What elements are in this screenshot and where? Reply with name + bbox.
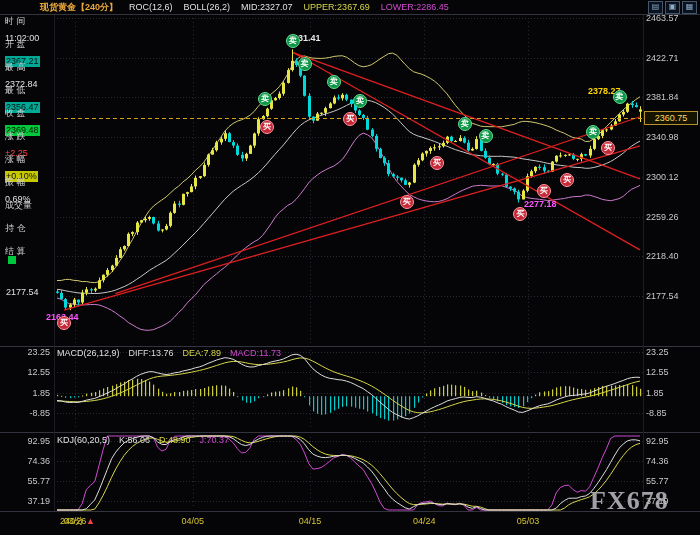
window-control-button-2[interactable]: ▣ — [665, 1, 680, 14]
settlement-indicator — [8, 256, 16, 264]
quote-row-open-interest: 持 仓 — [0, 223, 53, 246]
boll-lower-value: LOWER:2286.45 — [381, 1, 449, 13]
macd-panel-header: MACD(26,12,9) DIFF:13.76 DEA:7.89 MACD:1… — [57, 348, 281, 359]
period-up-arrow-icon: ▲ — [86, 516, 95, 526]
kdj-k-value: K:56.06 — [119, 435, 150, 446]
window-control-button-1[interactable]: ▤ — [648, 1, 663, 14]
trading-app-window: 现货黄金【240分】 ROC(12,6) BOLL(26,2) MID:2327… — [0, 0, 700, 535]
symbol-period-label[interactable]: 现货黄金【240分】 — [40, 1, 118, 13]
quote-label: 时 间 — [5, 16, 53, 27]
quote-sidebar: 时 间 11:02:00 开 盘 2367.21 最 高 2372.84 最 低… — [0, 16, 53, 269]
current-price-tag: 2360.75 — [644, 111, 698, 125]
kdj-d-value: D:48.90 — [159, 435, 191, 446]
quote-row-time: 时 间 11:02:00 — [0, 16, 53, 39]
kdj-panel-header: KDJ(60,20,5) K:56.06 D:48.90 J:70.37 — [57, 435, 229, 446]
roc-indicator-label: ROC(12,6) — [129, 1, 173, 13]
period-label: 240分 — [60, 516, 84, 526]
boll-upper-value: UPPER:2367.69 — [304, 1, 370, 13]
window-control-button-3[interactable]: ▦ — [682, 1, 697, 14]
titlebar: 现货黄金【240分】 ROC(12,6) BOLL(26,2) MID:2327… — [0, 0, 700, 14]
fx678-watermark: FX678 — [590, 487, 669, 515]
quote-row-volume: 成交量 — [0, 200, 53, 223]
macd-macd-value: MACD:11.73 — [230, 348, 281, 359]
period-selector[interactable]: 240分▲ — [60, 516, 95, 527]
macd-diff-value: DIFF:13.76 — [129, 348, 174, 359]
macd-dea-value: DEA:7.89 — [183, 348, 222, 359]
kdj-j-value: J:70.37 — [200, 435, 230, 446]
boll-indicator-label: BOLL(26,2) — [184, 1, 231, 13]
quote-label: 持 仓 — [5, 223, 53, 234]
chart-canvas[interactable] — [0, 0, 700, 535]
quote-label: 涨 幅 — [5, 154, 53, 165]
boll-mid-value: MID:2327.07 — [241, 1, 293, 13]
price-axis-label-left: 2177.54 — [6, 287, 39, 297]
kdj-title: KDJ(60,20,5) — [57, 435, 110, 446]
window-controls: ▤ ▣ ▦ — [648, 1, 697, 14]
quote-label: 成交量 — [5, 200, 53, 211]
macd-title: MACD(26,12,9) — [57, 348, 120, 359]
